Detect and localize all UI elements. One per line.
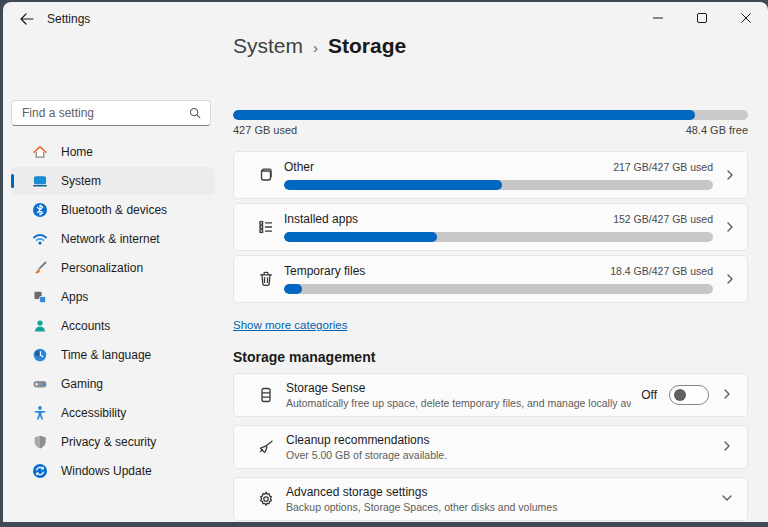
storage-sense-toggle[interactable] [669, 385, 709, 405]
other-files-icon [256, 165, 276, 198]
sidebar-item-label: Privacy & security [61, 435, 156, 449]
sidebar-item-label: Gaming [61, 377, 103, 391]
toggle-knob [674, 389, 686, 401]
category-title: Other [284, 160, 314, 174]
close-icon [741, 13, 751, 23]
storage-sense-subtitle: Automatically free up space, delete temp… [286, 397, 631, 409]
accessibility-icon [32, 405, 48, 421]
category-row-other[interactable]: Other 217 GB/427 GB used [233, 151, 748, 199]
category-progress-fill [284, 284, 302, 294]
disk-usage-bar [233, 110, 748, 120]
storage-management-heading: Storage management [233, 349, 748, 365]
used-space-label: 427 GB used [233, 124, 297, 136]
chevron-right-icon [713, 152, 747, 198]
titlebar: Settings [3, 2, 768, 36]
chevron-right-icon [713, 256, 747, 302]
category-row-temporary-files[interactable]: Temporary files 18.4 GB/427 GB used [233, 255, 748, 303]
category-title: Temporary files [284, 264, 365, 278]
sidebar-item-personalization[interactable]: Personalization [11, 254, 215, 282]
search-input[interactable] [22, 101, 182, 125]
chevron-down-icon [721, 490, 733, 508]
gear-icon [256, 489, 276, 509]
breadcrumb: System › Storage [233, 34, 406, 58]
maximize-button[interactable] [680, 2, 724, 34]
sidebar-item-label: Time & language [61, 348, 151, 362]
storage-sense-row[interactable]: Storage Sense Automatically free up spac… [233, 373, 748, 417]
sidebar-item-label: Windows Update [61, 464, 152, 478]
breadcrumb-separator-icon: › [313, 37, 318, 56]
advanced-storage-settings-row[interactable]: Advanced storage settings Backup options… [233, 477, 748, 521]
sidebar-item-windows-update[interactable]: Windows Update [11, 457, 215, 485]
sidebar: Home System Bluetooth & devices Network … [11, 100, 215, 485]
back-arrow-icon [20, 13, 34, 25]
back-button[interactable] [9, 5, 45, 33]
clock-globe-icon [32, 347, 48, 363]
update-icon [32, 463, 48, 479]
shield-icon [32, 434, 48, 450]
storage-page-content: 427 GB used 48.4 GB free Other 217 GB/42… [233, 110, 748, 522]
cleanup-subtitle: Over 5.00 GB of storage available. [286, 449, 711, 461]
minimize-icon [653, 13, 663, 23]
window-controls [636, 2, 768, 34]
sidebar-item-label: Bluetooth & devices [61, 203, 167, 217]
app-title: Settings [47, 12, 90, 26]
sidebar-item-label: Personalization [61, 261, 143, 275]
advanced-storage-title: Advanced storage settings [286, 485, 711, 499]
close-button[interactable] [724, 2, 768, 34]
advanced-storage-subtitle: Backup options, Storage Spaces, other di… [286, 501, 711, 513]
sidebar-item-label: Accounts [61, 319, 110, 333]
category-progress-track [284, 180, 713, 190]
desktop: Settings System › Storage [0, 0, 768, 527]
cleanup-recommendations-row[interactable]: Cleanup recommendations Over 5.00 GB of … [233, 425, 748, 469]
sidebar-item-apps[interactable]: Apps [11, 283, 215, 311]
category-progress-fill [284, 180, 502, 190]
apps-icon [32, 289, 48, 305]
search-box[interactable] [11, 100, 211, 126]
storage-sense-state-label: Off [641, 388, 657, 402]
sidebar-item-system[interactable]: System [11, 167, 215, 195]
category-row-installed-apps[interactable]: Installed apps 152 GB/427 GB used [233, 203, 748, 251]
category-progress-track [284, 232, 713, 242]
trash-icon [256, 269, 276, 302]
sidebar-item-accounts[interactable]: Accounts [11, 312, 215, 340]
search-icon [188, 106, 202, 124]
system-icon [32, 173, 48, 189]
gamepad-icon [32, 376, 48, 392]
installed-apps-icon [256, 217, 276, 250]
category-progress-track [284, 284, 713, 294]
sidebar-nav: Home System Bluetooth & devices Network … [11, 138, 215, 485]
disk-usage-labels: 427 GB used 48.4 GB free [233, 124, 748, 136]
sidebar-item-label: System [61, 174, 101, 188]
sidebar-item-label: Network & internet [61, 232, 160, 246]
sidebar-item-gaming[interactable]: Gaming [11, 370, 215, 398]
sidebar-item-time-language[interactable]: Time & language [11, 341, 215, 369]
category-title: Installed apps [284, 212, 358, 226]
chevron-right-icon [721, 386, 733, 404]
brush-icon [32, 260, 48, 276]
category-progress-fill [284, 232, 437, 242]
maximize-icon [697, 13, 707, 23]
bluetooth-icon [32, 202, 48, 218]
category-usage: 217 GB/427 GB used [613, 161, 713, 173]
storage-sense-title: Storage Sense [286, 381, 631, 395]
storage-sense-icon [256, 385, 276, 405]
minimize-button[interactable] [636, 2, 680, 34]
show-more-categories-link[interactable]: Show more categories [233, 319, 347, 331]
chevron-right-icon [721, 438, 733, 456]
category-usage: 18.4 GB/427 GB used [610, 265, 713, 277]
sidebar-item-network-internet[interactable]: Network & internet [11, 225, 215, 253]
sidebar-item-privacy-security[interactable]: Privacy & security [11, 428, 215, 456]
home-icon [32, 144, 48, 160]
sidebar-item-label: Apps [61, 290, 88, 304]
page-title: Storage [328, 34, 406, 58]
sidebar-item-bluetooth-devices[interactable]: Bluetooth & devices [11, 196, 215, 224]
sidebar-item-accessibility[interactable]: Accessibility [11, 399, 215, 427]
category-list: Other 217 GB/427 GB used [233, 151, 748, 303]
settings-window: Settings System › Storage [3, 2, 768, 522]
sidebar-item-label: Accessibility [61, 406, 126, 420]
person-icon [32, 318, 48, 334]
free-space-label: 48.4 GB free [686, 124, 748, 136]
category-usage: 152 GB/427 GB used [613, 213, 713, 225]
breadcrumb-system[interactable]: System [233, 34, 303, 58]
sidebar-item-home[interactable]: Home [11, 138, 215, 166]
